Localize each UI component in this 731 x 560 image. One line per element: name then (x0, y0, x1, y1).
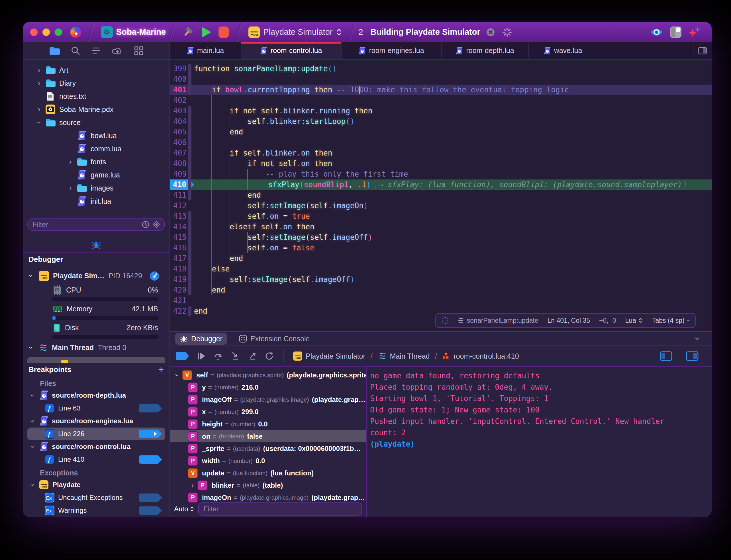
tab-room-control.lua[interactable]: room-control.lua (241, 42, 342, 59)
code-line-416[interactable]: 416 self.on = false (170, 243, 712, 253)
tree-item-Soba-Marine.pdx[interactable]: ›Soba-Marine.pdx (23, 103, 170, 116)
thread-row[interactable]: › Main Thread Thread 0 (23, 342, 170, 354)
variable-row-_sprite[interactable]: P_sprite=(userdata)(userdata: 0x00006000… (170, 442, 366, 455)
breadcrumb-frame[interactable]: room-control.lua:410 (454, 352, 519, 360)
tab-extension-console[interactable]: Extension Console (234, 333, 314, 345)
split-left-icon[interactable] (660, 351, 672, 361)
sidebar-tool-outline-icon[interactable] (91, 46, 101, 55)
breadcrumb-thread[interactable]: Main Thread (390, 352, 430, 360)
debug-bug-icon[interactable] (91, 240, 101, 249)
breakpoint-Line 63[interactable]: fLine 63 (27, 402, 165, 415)
sidebar-filter-input[interactable] (32, 220, 139, 229)
split-right-icon[interactable] (686, 351, 699, 361)
breakpoint-file-source/room-depth.lua[interactable]: ›source/room-depth.lua (27, 389, 165, 402)
breakpoint-toggle[interactable] (139, 430, 162, 438)
breadcrumb-process[interactable]: Playdate Simulator (306, 352, 365, 360)
collapse-panel-chevron-icon[interactable]: › (693, 337, 703, 340)
exception-Warnings[interactable]: ExWarnings (27, 504, 165, 517)
add-breakpoint-button[interactable]: + (158, 364, 164, 375)
tree-item-notes.txt[interactable]: notes.txt (23, 90, 170, 103)
variable-row-imageOff[interactable]: PimageOff=(playdate.graphics.image)(play… (170, 393, 366, 406)
code-line-411[interactable]: 411 end (170, 190, 712, 201)
breakpoint-file-source/room-control.lua[interactable]: ›source/room-control.lua (27, 440, 165, 453)
tree-item-init.lua[interactable]: init.lua (23, 195, 170, 208)
tab-main.lua[interactable]: main.lua (170, 42, 241, 59)
code-line-412[interactable]: 412 self:setImage(self.imageOn) (170, 201, 712, 211)
split-editor-button[interactable] (693, 42, 712, 59)
eye-preview-icon[interactable] (650, 28, 663, 37)
line-number[interactable]: 413 (170, 211, 187, 222)
step-in-icon[interactable] (230, 351, 240, 361)
line-number[interactable]: 412 (170, 201, 187, 211)
chevron-updown-icon[interactable] (336, 28, 342, 36)
breakpoint-toggle[interactable] (139, 506, 162, 515)
variable-row-x[interactable]: Px=(number)299.0 (170, 406, 366, 418)
code-line-407[interactable]: 407 if self.blinker.on then (170, 148, 712, 158)
line-number[interactable]: 406 (170, 137, 187, 148)
line-number[interactable]: 414 (170, 222, 187, 232)
variable-row-y[interactable]: Py=(number)216.0 (170, 381, 366, 393)
tab-room-depth.lua[interactable]: room-depth.lua (442, 42, 529, 59)
line-number[interactable]: 421 (170, 295, 187, 306)
breakpoint-Line 226[interactable]: fLine 226 (27, 428, 165, 440)
line-number[interactable]: 418 (170, 264, 187, 274)
line-number[interactable]: 422 (170, 306, 187, 316)
exception-group-Playdate[interactable]: ›+ooPlaydate (27, 479, 165, 491)
line-number[interactable]: 408 (170, 158, 187, 169)
tree-item-comm.lua[interactable]: comm.lua (23, 142, 170, 155)
tree-chevron-icon[interactable]: › (66, 158, 75, 166)
line-number[interactable]: 403 (170, 106, 187, 116)
tree-item-Diary[interactable]: ›Diary (23, 77, 170, 90)
tree-item-Art[interactable]: ›Art (23, 64, 170, 77)
code-line-408[interactable]: 408 if not self.on then (170, 158, 712, 169)
stack-frame-partial[interactable] (27, 357, 165, 363)
line-number[interactable]: 400 (170, 74, 187, 85)
status-circle-icon[interactable] (441, 317, 449, 324)
breakpoint-toggle[interactable] (139, 493, 162, 502)
stop-icon[interactable] (219, 26, 229, 38)
line-number[interactable]: 402 (170, 95, 187, 106)
continue-icon[interactable] (196, 351, 206, 361)
close-window-button[interactable] (30, 28, 38, 36)
line-number[interactable]: 416 (170, 243, 187, 253)
code-editor[interactable]: 399function sonarPanelLamp:update()40040… (170, 60, 712, 331)
exception-Uncaught Exceptions[interactable]: ExUncaught Exceptions (27, 491, 165, 504)
line-number[interactable]: 404 (170, 116, 187, 127)
line-number[interactable]: 415 (170, 232, 187, 243)
line-number[interactable]: 411 (170, 190, 187, 201)
tree-item-bowl.lua[interactable]: bowl.lua (23, 129, 170, 142)
code-line-405[interactable]: 405 end (170, 127, 712, 137)
line-number[interactable]: 419 (170, 274, 187, 285)
tree-item-game.lua[interactable]: game.lua (23, 168, 170, 181)
variable-row-width[interactable]: Pwidth=(number)0.0 (170, 455, 366, 467)
debug-process-row[interactable]: › +oo Playdate Sim… PID 16429 (23, 270, 170, 282)
sidebar-tool-files-icon[interactable] (49, 46, 60, 55)
variable-row-height[interactable]: Pheight=(number)0.0 (170, 418, 366, 430)
code-line-400[interactable]: 400 (170, 74, 712, 85)
tree-item-fonts[interactable]: ›fonts (23, 155, 170, 168)
variable-chevron-icon[interactable]: › (188, 481, 197, 489)
line-number[interactable]: 417 (170, 253, 187, 264)
run-target-selector[interactable]: Playdate Simulator (263, 27, 332, 37)
code-line-402[interactable]: 402 (170, 95, 712, 106)
line-number[interactable]: 407 (170, 148, 187, 158)
editor-layout-icon[interactable] (670, 26, 681, 38)
symbol-breadcrumb[interactable]: sonarPanelLamp:update (458, 317, 538, 324)
code-line-399[interactable]: 399function sonarPanelLamp:update() (170, 64, 712, 74)
zoom-window-button[interactable] (55, 28, 62, 36)
tab-debugger[interactable]: Debugger (175, 333, 227, 345)
language-selector[interactable]: Lua (625, 317, 643, 324)
variables-filter-input[interactable] (203, 505, 358, 513)
scope-diamond-icon[interactable] (152, 220, 160, 228)
code-line-409[interactable]: 409 -- play this only the first time (170, 169, 712, 179)
tree-chevron-icon[interactable]: › (34, 79, 44, 88)
code-line-419[interactable]: 419 self:setImage(self.imageOff) (170, 274, 712, 285)
breakpoint-Line 410[interactable]: fLine 410 (27, 453, 165, 466)
variable-row-blinker[interactable]: ›Pblinker=(table)(table) (170, 479, 366, 491)
breakpoints-toggle-icon[interactable] (176, 352, 189, 360)
variable-chevron-icon[interactable]: › (172, 371, 182, 379)
clock-icon[interactable] (142, 220, 150, 228)
code-line-410[interactable]: 410 sfxPlay(soundBlip1, .1)→ sfxPlay: (l… (170, 179, 712, 190)
variable-row-update[interactable]: Vupdate=(lua function)(lua function) (170, 467, 366, 479)
code-line-404[interactable]: 404 self.blinker:startLoop() (170, 116, 712, 127)
